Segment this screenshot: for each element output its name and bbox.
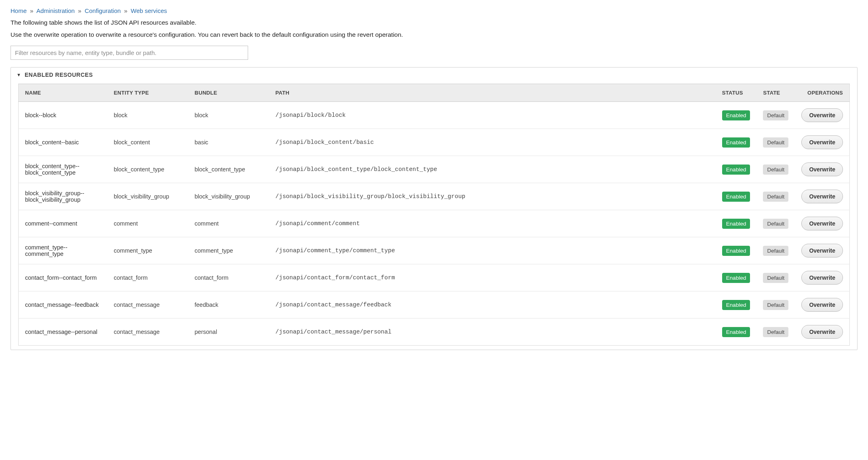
cell-name: contact_form--contact_form [19,264,107,291]
cell-state: Default [756,264,795,291]
status-badge: Enabled [722,300,750,310]
cell-path: /jsonapi/contact_message/personal [269,319,716,346]
state-badge: Default [763,110,788,120]
cell-path: /jsonapi/block_content_type/block_conten… [269,156,716,183]
status-badge: Enabled [722,165,750,175]
cell-state: Default [756,237,795,264]
cell-bundle: comment [188,210,269,237]
state-badge: Default [763,327,788,337]
resource-name: contact_message--feedback [25,302,99,308]
cell-state: Default [756,156,795,183]
cell-bundle: block [188,102,269,129]
breadcrumb-link-web-services[interactable]: Web services [131,7,167,14]
cell-state: Default [756,183,795,210]
cell-name: block_visibility_group--block_visibility… [19,183,107,210]
overwrite-button[interactable]: Overwrite [801,271,843,285]
resource-name: block_visibility_group--block_visibility… [25,190,84,203]
column-header-entity-type: ENTITY TYPE [107,84,188,102]
state-badge: Default [763,246,788,256]
state-badge: Default [763,165,788,175]
cell-state: Default [756,129,795,156]
status-badge: Enabled [722,192,750,202]
cell-path: /jsonapi/contact_message/feedback [269,291,716,319]
column-header-bundle: BUNDLE [188,84,269,102]
resource-name: contact_form--contact_form [25,274,97,281]
breadcrumb-link-configuration[interactable]: Configuration [85,7,121,14]
overwrite-button[interactable]: Overwrite [801,108,843,122]
cell-name: block_content--basic [19,129,107,156]
cell-path: /jsonapi/comment_type/comment_type [269,237,716,264]
cell-operations: Overwrite [795,156,849,183]
panel-title: ENABLED RESOURCES [25,72,93,78]
column-header-operations: OPERATIONS [795,84,849,102]
cell-entity-type: block [107,102,188,129]
overwrite-button[interactable]: Overwrite [801,325,843,339]
table-row: contact_form--contact_formcontact_formco… [19,264,850,291]
breadcrumb-separator: » [78,7,81,14]
overwrite-button[interactable]: Overwrite [801,135,843,149]
overwrite-button[interactable]: Overwrite [801,298,843,312]
cell-operations: Overwrite [795,102,849,129]
status-badge: Enabled [722,219,750,229]
state-badge: Default [763,137,788,148]
overwrite-button[interactable]: Overwrite [801,162,843,176]
cell-bundle: contact_form [188,264,269,291]
breadcrumb-link-home[interactable]: Home [11,7,27,14]
cell-entity-type: comment [107,210,188,237]
cell-operations: Overwrite [795,237,849,264]
state-badge: Default [763,273,788,283]
cell-status: Enabled [716,102,757,129]
cell-entity-type: contact_message [107,319,188,346]
state-badge: Default [763,219,788,229]
cell-bundle: block_content_type [188,156,269,183]
overwrite-button[interactable]: Overwrite [801,244,843,257]
cell-path: /jsonapi/comment/comment [269,210,716,237]
cell-status: Enabled [716,291,757,319]
cell-status: Enabled [716,264,757,291]
cell-operations: Overwrite [795,264,849,291]
cell-bundle: comment_type [188,237,269,264]
cell-operations: Overwrite [795,210,849,237]
cell-status: Enabled [716,183,757,210]
overwrite-button[interactable]: Overwrite [801,190,843,203]
resources-table: NAME ENTITY TYPE BUNDLE PATH STATUS STAT… [18,84,850,346]
cell-name: contact_message--feedback [19,291,107,319]
table-row: block--blockblockblock/jsonapi/block/blo… [19,102,850,129]
column-header-status: STATUS [716,84,757,102]
cell-status: Enabled [716,319,757,346]
cell-operations: Overwrite [795,183,849,210]
resource-name: contact_message--personal [25,329,97,335]
resource-name: comment_type--comment_type [25,244,67,257]
cell-entity-type: contact_message [107,291,188,319]
cell-bundle: block_visibility_group [188,183,269,210]
table-row: comment--commentcommentcomment/jsonapi/c… [19,210,850,237]
cell-state: Default [756,319,795,346]
table-row: comment_type--comment_typecomment_typeco… [19,237,850,264]
filter-input[interactable] [11,46,248,60]
enabled-resources-panel: ENABLED RESOURCES NAME ENTITY TYPE BUNDL… [11,67,857,350]
resource-name: block_content--basic [25,139,79,146]
column-header-path: PATH [269,84,716,102]
cell-status: Enabled [716,129,757,156]
overwrite-button[interactable]: Overwrite [801,217,843,230]
breadcrumb-link-administration[interactable]: Administration [36,7,75,14]
status-badge: Enabled [722,137,750,148]
table-row: contact_message--feedbackcontact_message… [19,291,850,319]
cell-state: Default [756,291,795,319]
cell-state: Default [756,210,795,237]
cell-operations: Overwrite [795,319,849,346]
enabled-resources-toggle[interactable]: ENABLED RESOURCES [11,68,857,82]
cell-entity-type: block_content_type [107,156,188,183]
table-row: block_content--basicblock_contentbasic/j… [19,129,850,156]
status-badge: Enabled [722,327,750,337]
cell-path: /jsonapi/block/block [269,102,716,129]
state-badge: Default [763,300,788,310]
cell-operations: Overwrite [795,129,849,156]
table-row: block_content_type--block_content_typebl… [19,156,850,183]
intro-text-2: Use the overwrite operation to overwrite… [11,31,857,38]
status-badge: Enabled [722,273,750,283]
breadcrumb: Home » Administration » Configuration » … [11,7,857,14]
cell-entity-type: block_content [107,129,188,156]
cell-status: Enabled [716,237,757,264]
breadcrumb-separator: » [30,7,33,14]
